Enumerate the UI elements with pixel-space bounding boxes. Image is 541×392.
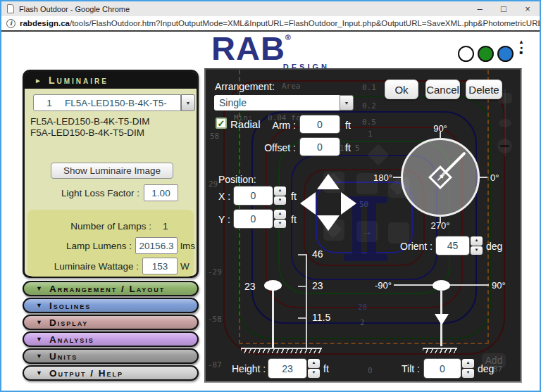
tilt-90-label: 90° [492,280,506,291]
height-scale-line [306,254,307,348]
orient-label: Orient : [382,241,433,252]
offset-label: Offset : [248,142,296,153]
offset-unit: ft [345,142,351,153]
ok-button[interactable]: Ok [385,80,418,99]
height-spinner[interactable]: ▲ ▼ [308,359,320,378]
radial-checkbox[interactable]: ✓ [216,118,227,129]
orient-spinner[interactable]: ▲ ▼ [471,236,483,255]
dial-270-label: 270° [426,220,454,231]
lamp-lumens-input[interactable] [135,237,178,254]
arrangement-select-dropdown-icon[interactable]: ▼ [340,95,354,110]
dial-tick [393,177,401,178]
light-loss-factor-input[interactable] [144,184,178,201]
arm-unit: ft [345,120,351,131]
spin-down-icon[interactable]: ▼ [462,369,474,378]
orient-unit: deg [486,241,502,252]
mini-slider-up-icon[interactable]: ▲ [516,39,526,45]
delete-button[interactable]: Delete [466,80,502,99]
iso-label: 20 [358,303,367,312]
accordion-analysis[interactable]: ▼ Analysis [23,331,199,347]
url-path: /tools/FlashOutdoor.htm?InputOutputMode=… [70,19,540,27]
page-icon [7,4,14,13]
height-input[interactable] [268,359,306,378]
arrow-ne-icon: ↗ [437,172,444,183]
expand-icon: ► [35,77,42,84]
mini-slider-square-icon[interactable]: ■ [516,50,526,56]
show-luminaire-image-button[interactable]: Show Luminaire Image [51,163,173,179]
swatch-blue[interactable] [497,46,514,62]
luminaire-select-dropdown-icon[interactable]: ▼ [181,94,195,111]
luminaire-wattage-input[interactable] [142,258,178,274]
dial-tick [480,177,487,178]
spin-down-icon[interactable]: ▼ [274,196,286,206]
lamp-lumens-unit: lms [180,241,195,251]
tilt-slider-knob[interactable] [433,280,450,291]
arrangement-label: Arrangement: [215,81,275,92]
swatch-white[interactable] [458,46,474,62]
orient-input[interactable] [436,236,469,255]
collapse-icon: ▼ [36,353,42,360]
tilt-minus90-label: -90° [370,280,392,291]
grid-label: 58 [210,132,219,141]
info-icon[interactable]: i [6,19,15,28]
pan-down-arrow[interactable] [317,215,340,231]
accordion-output-help[interactable]: ▼ Output / Help [23,365,199,381]
number-of-lamps-value: 1 [163,221,168,232]
spin-down-icon[interactable]: ▼ [274,220,286,229]
height-slider-knob[interactable] [264,280,282,291]
minimize-button[interactable]: – [468,4,492,14]
height-knob-value: 23 [244,281,256,292]
spin-up-icon[interactable]: ▲ [308,359,320,368]
iso-label: 0.2 [362,101,376,110]
y-input[interactable] [234,210,273,228]
arm-label: Arm : [248,120,296,131]
rab-logo-text: RAB® [211,34,335,63]
spin-up-icon[interactable]: ▲ [471,236,483,246]
iso-label: 50 [359,200,368,209]
x-input[interactable] [234,186,273,205]
height-scale-46: 46 [312,248,323,260]
accordion-isolines[interactable]: ▼ Isolines [23,298,199,313]
collapse-icon: ▼ [36,336,42,343]
offset-input[interactable] [300,138,340,156]
pan-right-arrow[interactable] [341,192,356,215]
y-spinner[interactable]: ▲ ▼ [274,210,286,228]
cancel-button[interactable]: Cancel [425,80,460,99]
window-title: Flash Outdoor - Google Chrome [19,5,130,13]
spin-up-icon[interactable]: ▲ [274,186,286,196]
swatch-green[interactable] [478,46,494,62]
luminaire-header-label: Luminaire [49,75,108,86]
tilt-input[interactable] [424,359,461,378]
pan-up-arrow[interactable] [317,174,340,189]
arm-input[interactable] [300,115,340,133]
height-scale-11-5: 11.5 [312,312,330,323]
mini-slider-widget[interactable]: ▲ ● ■ [516,39,526,56]
tilt-unit: deg [478,363,494,374]
luminaire-header[interactable]: ► Luminaire [25,72,197,89]
accordion-arrangement-layout[interactable]: ▼ Arrangement / Layout [23,281,199,296]
luminaire-select[interactable]: 1 FL5A-LED150-B-4K-T5- [33,94,181,111]
accordion-display[interactable]: ▼ Display [23,315,199,330]
spin-down-icon[interactable]: ▼ [471,246,483,255]
dial-180-label: 180° [369,172,392,183]
x-spinner[interactable]: ▲ ▼ [274,186,286,205]
pan-left-arrow[interactable] [300,192,316,215]
iso-label: 2 [360,318,365,327]
grid-label: -58 [208,315,222,324]
dial-90-label: 90° [426,123,454,134]
accordion-units[interactable]: ▼ Units [23,348,199,364]
pole-symbol [344,254,387,261]
x-label: X : [218,191,230,202]
arrangement-select[interactable]: Single [214,95,340,110]
close-button[interactable]: × [516,4,540,14]
accordion-label: Arrangement / Layout [49,284,165,294]
spin-up-icon[interactable]: ▲ [462,359,474,368]
accordion-label: Units [49,351,77,362]
spin-down-icon[interactable]: ▼ [308,369,320,378]
faint-zoom-handle [499,119,511,127]
tilt-spinner[interactable]: ▲ ▼ [462,359,474,378]
title-bar: Flash Outdoor - Google Chrome – □ × [1,1,540,16]
maximize-button[interactable]: □ [492,4,516,14]
y-label: Y : [218,214,230,225]
spin-up-icon[interactable]: ▲ [274,210,286,219]
